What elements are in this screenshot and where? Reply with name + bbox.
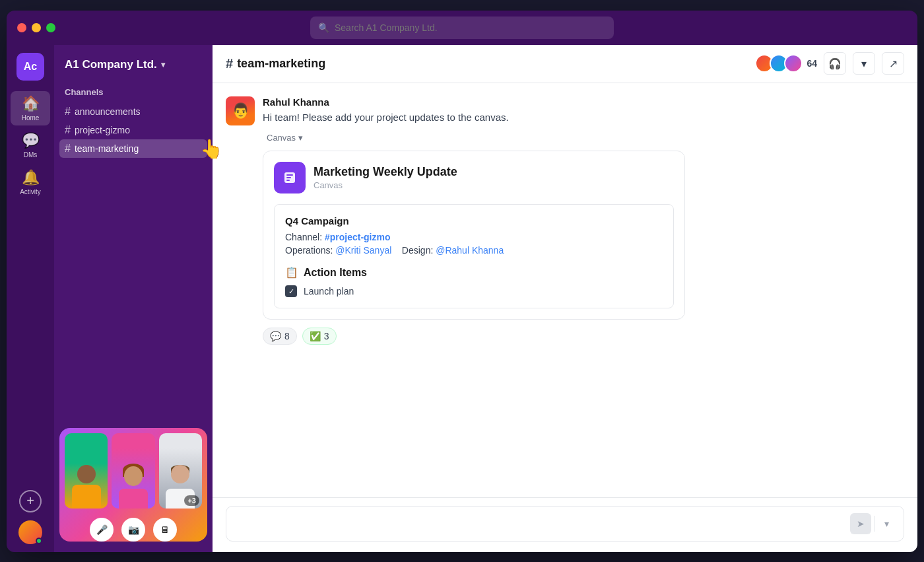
check-emoji: ✅ bbox=[310, 331, 321, 341]
send-button[interactable]: ➤ bbox=[850, 513, 871, 534]
title-bar: 🔍 bbox=[7, 11, 917, 45]
reaction-speech[interactable]: 💬 8 bbox=[263, 328, 297, 345]
campaign-team: Operations: @Kriti Sanyal Design: @Rahul… bbox=[285, 245, 663, 256]
canvas-body: Q4 Campaign Channel: #project-gizmo Oper… bbox=[274, 204, 674, 308]
send-icon: ➤ bbox=[857, 518, 865, 529]
message-input[interactable] bbox=[234, 518, 850, 529]
main-content: # team-marketing 64 🎧 ▾ bbox=[213, 45, 917, 552]
channel-name-project-gizmo: project-gizmo bbox=[75, 125, 130, 135]
plus-badge: +3 bbox=[184, 495, 199, 506]
main-layout: Ac 🏠 Home 💬 DMs 🔔 Activity + bbox=[7, 45, 917, 552]
workspace-chevron-icon: ▾ bbox=[161, 60, 165, 69]
workspace-name-text: A1 Company Ltd. bbox=[65, 58, 157, 71]
maximize-button[interactable] bbox=[46, 23, 55, 32]
hash-icon: # bbox=[65, 143, 71, 155]
app-window: 🔍 Ac 🏠 Home 💬 DMs 🔔 Activity + bbox=[7, 11, 917, 552]
canvas-label: Canvas bbox=[267, 133, 296, 143]
hash-icon: # bbox=[65, 106, 71, 118]
huddle-button[interactable]: 🎧 bbox=[824, 52, 846, 75]
canvas-dropdown[interactable]: Canvas ▾ bbox=[263, 131, 307, 144]
search-bar[interactable]: 🔍 bbox=[310, 17, 614, 39]
person-1 bbox=[65, 433, 108, 509]
nav-activity[interactable]: 🔔 Activity bbox=[11, 165, 50, 199]
message-input-area: ➤ ▾ bbox=[213, 497, 917, 552]
messages-area: 👨 Rahul Khanna Hi team! Please add your … bbox=[213, 83, 917, 497]
speech-count: 8 bbox=[284, 331, 290, 341]
channel-label: Channel: bbox=[285, 232, 322, 242]
nav-home[interactable]: 🏠 Home bbox=[11, 91, 50, 125]
input-divider bbox=[874, 516, 874, 532]
add-button[interactable]: + bbox=[19, 490, 42, 512]
checkbox-checked-icon: ✓ bbox=[285, 285, 297, 297]
mute-button[interactable]: 🎤 bbox=[90, 518, 114, 542]
channel-name-team-marketing: team-marketing bbox=[75, 143, 139, 154]
channel-title: # team-marketing bbox=[226, 56, 759, 71]
headphones-icon: 🎧 bbox=[828, 57, 842, 70]
design-label: Design: bbox=[402, 245, 433, 256]
message-input-box: ➤ ▾ bbox=[226, 506, 904, 542]
channel-header: # team-marketing 64 🎧 ▾ bbox=[213, 45, 917, 83]
member-avatar-3 bbox=[784, 54, 803, 73]
channel-hash: # bbox=[226, 56, 233, 71]
member-avatars[interactable]: 64 bbox=[759, 54, 817, 73]
video-call-widget: +3 🎤 📷 🖥 bbox=[59, 428, 207, 542]
home-icon: 🏠 bbox=[22, 95, 40, 112]
reaction-check[interactable]: ✅ 3 bbox=[302, 328, 337, 345]
person1-shirt bbox=[72, 485, 101, 509]
workspace-name[interactable]: A1 Company Ltd. ▾ bbox=[54, 58, 213, 85]
video-controls: 🎤 📷 🖥 bbox=[59, 514, 207, 542]
share-icon: ↗ bbox=[889, 57, 898, 70]
channels-label: Channels bbox=[59, 85, 207, 102]
speech-emoji: 💬 bbox=[270, 331, 281, 341]
design-mention[interactable]: @Rahul Khanna bbox=[436, 245, 504, 256]
person3-head bbox=[171, 465, 189, 483]
svg-rect-2 bbox=[286, 177, 291, 178]
user-avatar[interactable] bbox=[18, 520, 42, 544]
channel-name: team-marketing bbox=[237, 57, 325, 71]
operations-label: Operations: bbox=[285, 245, 333, 256]
channel-item-team-marketing[interactable]: # team-marketing 👆 bbox=[59, 139, 207, 158]
share-button[interactable]: ↗ bbox=[882, 52, 904, 75]
canvas-card[interactable]: Marketing Weekly Update Canvas Q4 Campai… bbox=[263, 151, 685, 320]
nav-dms[interactable]: 💬 DMs bbox=[11, 128, 50, 162]
traffic-lights bbox=[17, 23, 55, 32]
dms-label: DMs bbox=[24, 151, 38, 158]
notepad-icon: 📋 bbox=[285, 266, 298, 279]
channel-item-project-gizmo[interactable]: # project-gizmo bbox=[59, 121, 207, 139]
online-indicator bbox=[36, 538, 42, 544]
screen-share-button[interactable]: 🖥 bbox=[153, 518, 177, 542]
expand-button[interactable]: ▾ bbox=[877, 514, 896, 533]
chevron-down-button[interactable]: ▾ bbox=[853, 52, 875, 75]
channel-item-announcements[interactable]: # announcements bbox=[59, 102, 207, 121]
dms-icon: 💬 bbox=[22, 132, 40, 149]
channel-link[interactable]: #project-gizmo bbox=[325, 232, 391, 242]
header-actions: 64 🎧 ▾ ↗ bbox=[759, 52, 904, 75]
person1-head bbox=[77, 465, 96, 483]
workspace-initials: Ac bbox=[24, 61, 37, 73]
channel-sidebar: A1 Company Ltd. ▾ Channels # announcemen… bbox=[54, 45, 213, 552]
icon-sidebar: Ac 🏠 Home 💬 DMs 🔔 Activity + bbox=[7, 45, 54, 552]
checklist-item[interactable]: ✓ Launch plan bbox=[285, 285, 663, 297]
search-icon: 🔍 bbox=[318, 22, 329, 33]
canvas-title: Marketing Weekly Update bbox=[314, 165, 457, 179]
message-header: Rahul Khanna bbox=[263, 96, 904, 108]
minimize-button[interactable] bbox=[32, 23, 41, 32]
checklist-text: Launch plan bbox=[304, 286, 354, 297]
search-input[interactable] bbox=[335, 22, 606, 33]
channel-name-announcements: announcements bbox=[75, 106, 141, 117]
canvas-card-info: Marketing Weekly Update Canvas bbox=[314, 165, 457, 190]
operations-mention[interactable]: @Kriti Sanyal bbox=[335, 245, 391, 256]
canvas-chevron-icon: ▾ bbox=[298, 133, 303, 143]
hash-icon: # bbox=[65, 124, 71, 136]
activity-icon: 🔔 bbox=[22, 169, 40, 186]
canvas-icon bbox=[274, 162, 306, 193]
workspace-icon[interactable]: Ac bbox=[16, 53, 44, 81]
svg-rect-1 bbox=[286, 174, 293, 176]
activity-label: Activity bbox=[20, 188, 41, 195]
chevron-down-icon: ▾ bbox=[861, 57, 867, 70]
video-face-3: +3 bbox=[159, 433, 202, 509]
video-faces: +3 bbox=[59, 428, 207, 514]
close-button[interactable] bbox=[17, 23, 26, 32]
video-off-button[interactable]: 📷 bbox=[121, 518, 145, 542]
channels-section: Channels # announcements # project-gizmo… bbox=[54, 85, 213, 158]
